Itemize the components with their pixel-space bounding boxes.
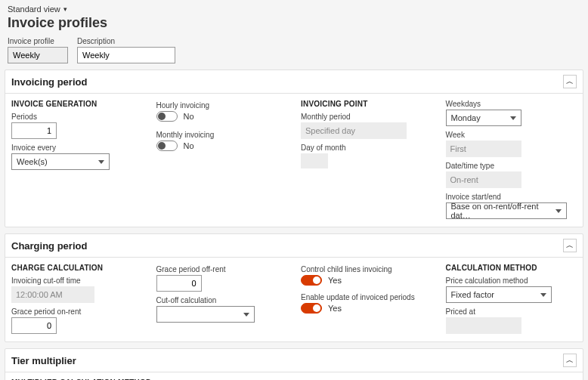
label-datetime-type: Date/time type bbox=[446, 162, 577, 170]
priced-at-value bbox=[446, 317, 521, 334]
label-grace-onrent: Grace period on-rent bbox=[11, 307, 143, 316]
invoice-every-select[interactable]: Week(s) bbox=[11, 153, 110, 170]
label-price-method: Price calculation method bbox=[446, 277, 577, 285]
label-monthly-period: Monthly period bbox=[301, 113, 432, 121]
label-description: Description bbox=[77, 37, 175, 45]
label-invoice-profile: Invoice profile bbox=[8, 37, 68, 45]
monthly-invoicing-value: No bbox=[184, 141, 194, 150]
invoice-profile-input[interactable] bbox=[8, 47, 68, 63]
week-value: First bbox=[446, 141, 521, 157]
label-grace-offrent: Grace period off-rent bbox=[156, 265, 288, 273]
monthly-period-value: Specified day bbox=[301, 122, 407, 139]
chevron-up-icon: ︿ bbox=[566, 76, 574, 87]
collapse-button[interactable]: ︿ bbox=[563, 75, 577, 88]
label-weekdays: Weekdays bbox=[446, 100, 577, 108]
hourly-invoicing-toggle[interactable] bbox=[156, 111, 178, 122]
weekdays-select[interactable]: Monday bbox=[446, 110, 521, 126]
group-charge-calculation: CHARGE CALCULATION bbox=[11, 264, 143, 272]
chevron-up-icon: ︿ bbox=[566, 240, 574, 251]
label-week: Week bbox=[446, 131, 577, 139]
label-periods: Periods bbox=[11, 113, 143, 121]
label-enable-update: Enable update of invoiced periods bbox=[301, 293, 432, 301]
label-control-child: Control child lines invoicing bbox=[301, 265, 432, 273]
cutoff-calc-select[interactable] bbox=[156, 306, 255, 323]
description-input[interactable] bbox=[77, 47, 175, 63]
day-of-month-value bbox=[301, 153, 328, 168]
collapse-button[interactable]: ︿ bbox=[563, 239, 577, 252]
invoice-startend-select[interactable]: Base on on-rent/off-rent dat… bbox=[446, 202, 567, 219]
label-monthly-invoicing: Monthly invoicing bbox=[156, 131, 288, 139]
chevron-up-icon: ︿ bbox=[566, 355, 574, 366]
control-child-value: Yes bbox=[328, 276, 342, 285]
label-invoice-startend: Invoice start/end bbox=[446, 193, 577, 201]
price-method-select[interactable]: Fixed factor bbox=[446, 286, 552, 303]
label-day-of-month: Day of month bbox=[301, 144, 432, 152]
section-tier-multiplier: Tier multiplier ︿ MULTIPLIER CALCULATION… bbox=[5, 348, 583, 380]
chevron-down-icon: ▾ bbox=[63, 5, 67, 13]
section-charging-period: Charging period ︿ CHARGE CALCULATION Inv… bbox=[5, 233, 583, 342]
section-title: Tier multiplier bbox=[11, 355, 76, 366]
enable-update-value: Yes bbox=[328, 304, 342, 313]
control-child-toggle[interactable] bbox=[301, 275, 322, 286]
monthly-invoicing-toggle[interactable] bbox=[156, 141, 178, 151]
view-selector-label: Standard view bbox=[8, 5, 60, 14]
hourly-invoicing-value: No bbox=[184, 112, 194, 121]
cutoff-time-value: 12:00:00 AM bbox=[11, 286, 94, 303]
label-cutoff-calc: Cut-off calculation bbox=[156, 296, 288, 304]
enable-update-toggle[interactable] bbox=[301, 303, 322, 314]
collapse-button[interactable]: ︿ bbox=[563, 354, 577, 367]
view-selector[interactable]: Standard view ▾ bbox=[8, 5, 67, 14]
group-invoicing-point: INVOICING POINT bbox=[301, 100, 432, 108]
page-title: Invoice profiles bbox=[8, 15, 580, 31]
section-title: Charging period bbox=[11, 240, 87, 252]
datetime-type-value: On-rent bbox=[446, 171, 521, 188]
periods-input[interactable] bbox=[11, 122, 57, 139]
section-title: Invoicing period bbox=[11, 76, 87, 88]
section-invoicing-period: Invoicing period ︿ INVOICE GENERATION Pe… bbox=[5, 70, 583, 227]
grace-onrent-input[interactable] bbox=[11, 317, 57, 334]
group-invoice-generation: INVOICE GENERATION bbox=[11, 100, 143, 108]
label-cutoff-time: Invoicing cut-off time bbox=[11, 277, 143, 285]
group-calculation-method: CALCULATION METHOD bbox=[446, 264, 577, 272]
grace-offrent-input[interactable] bbox=[156, 275, 202, 292]
label-hourly-invoicing: Hourly invoicing bbox=[156, 101, 288, 110]
label-priced-at: Priced at bbox=[446, 307, 577, 316]
label-invoice-every: Invoice every bbox=[11, 144, 143, 152]
